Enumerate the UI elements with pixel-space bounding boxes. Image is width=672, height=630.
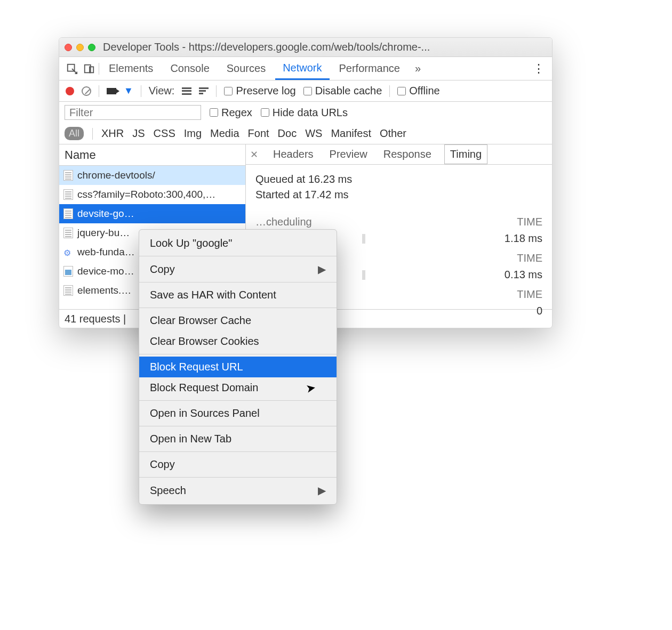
preserve-log-checkbox[interactable]: Preserve log xyxy=(224,85,295,97)
file-icon xyxy=(63,285,73,296)
record-icon[interactable] xyxy=(66,87,74,95)
time-header: TIME xyxy=(517,216,542,228)
menu-kebab-icon[interactable]: ⋮ xyxy=(531,62,547,76)
separator xyxy=(99,63,99,75)
view-label: View: xyxy=(149,85,175,97)
disable-cache-checkbox[interactable]: Disable cache xyxy=(303,85,382,97)
window-zoom-icon[interactable] xyxy=(88,44,95,51)
request-name: device-mo… xyxy=(77,265,134,277)
file-icon xyxy=(63,170,73,181)
regex-label: Regex xyxy=(221,107,252,119)
menu-item[interactable]: Speech▶ xyxy=(139,480,337,501)
type-ws[interactable]: WS xyxy=(305,127,322,140)
separator xyxy=(92,128,93,140)
offline-label: Offline xyxy=(409,85,439,97)
menu-item-label: Speech xyxy=(150,484,186,497)
request-row[interactable]: css?family=Roboto:300,400,… xyxy=(59,185,245,204)
tabs-overflow-icon[interactable]: » xyxy=(410,62,426,75)
network-toolbar: ▼ View: Preserve log Disable cache Offli… xyxy=(59,80,552,102)
time-header: TIME xyxy=(517,252,542,264)
menu-item[interactable]: Copy xyxy=(139,454,337,475)
detail-tabs: ✕ Headers Preview Response Timing xyxy=(246,144,552,165)
menu-item-label: Look Up "google" xyxy=(150,237,232,249)
close-detail-icon[interactable]: ✕ xyxy=(250,149,260,160)
menu-item[interactable]: Clear Browser Cache xyxy=(139,310,337,331)
menu-separator xyxy=(139,400,337,401)
tab-performance[interactable]: Performance xyxy=(332,58,408,79)
preserve-log-label: Preserve log xyxy=(236,85,295,97)
clear-icon[interactable] xyxy=(82,86,91,96)
detail-tab-headers[interactable]: Headers xyxy=(270,146,317,163)
tab-console[interactable]: Console xyxy=(163,58,217,79)
type-filter-bar: All XHR JS CSS Img Media Font Doc WS Man… xyxy=(59,123,552,144)
timing-panel: Queued at 16.23 ms Started at 17.42 ms xyxy=(246,165,552,208)
timing-value: 1.18 ms xyxy=(505,232,542,245)
gear-file-icon xyxy=(63,247,73,257)
context-menu: Look Up "google"Copy▶Save as HAR with Co… xyxy=(139,229,337,505)
titlebar: Developer Tools - https://developers.goo… xyxy=(59,38,552,57)
column-header-name[interactable]: Name xyxy=(59,144,245,166)
menu-item[interactable]: Block Request URL xyxy=(139,357,337,377)
tab-sources[interactable]: Sources xyxy=(219,58,273,79)
menu-separator xyxy=(139,354,337,354)
panel-tabs: Elements Console Sources Network Perform… xyxy=(59,57,552,80)
file-icon xyxy=(63,189,73,200)
menu-separator xyxy=(139,426,337,426)
menu-item[interactable]: Open in Sources Panel xyxy=(139,403,337,424)
tab-network[interactable]: Network xyxy=(275,58,329,80)
type-all[interactable]: All xyxy=(65,127,84,140)
time-header: TIME xyxy=(517,288,542,301)
inspect-icon[interactable] xyxy=(65,62,79,75)
view-large-icon[interactable] xyxy=(182,87,191,95)
queued-label: Queued at 16.23 ms xyxy=(255,173,542,185)
window-minimize-icon[interactable] xyxy=(76,44,84,51)
request-name: elements.… xyxy=(77,285,131,296)
menu-item[interactable]: Look Up "google" xyxy=(139,233,337,254)
type-css[interactable]: CSS xyxy=(154,127,175,140)
type-xhr[interactable]: XHR xyxy=(101,127,124,140)
menu-separator xyxy=(139,451,337,452)
detail-tab-response[interactable]: Response xyxy=(380,146,435,163)
regex-checkbox[interactable]: Regex xyxy=(210,107,252,119)
window-close-icon[interactable] xyxy=(65,44,72,51)
screenshot-icon[interactable] xyxy=(107,88,116,94)
menu-item-label: Clear Browser Cookies xyxy=(150,335,259,348)
detail-tab-timing[interactable]: Timing xyxy=(444,144,487,164)
menu-separator xyxy=(139,308,337,308)
device-toggle-icon[interactable] xyxy=(82,62,97,75)
request-name: web-funda… xyxy=(77,246,135,258)
filter-input[interactable] xyxy=(65,105,201,120)
type-font[interactable]: Font xyxy=(248,127,269,140)
menu-item[interactable]: Save as HAR with Content xyxy=(139,285,337,305)
type-media[interactable]: Media xyxy=(210,127,239,140)
offline-checkbox[interactable]: Offline xyxy=(397,85,439,97)
hide-data-urls-checkbox[interactable]: Hide data URLs xyxy=(261,107,348,119)
menu-item-label: Block Request URL xyxy=(150,361,243,373)
request-count: 41 requests | xyxy=(65,313,126,325)
view-waterfall-icon[interactable] xyxy=(199,87,209,95)
menu-item-label: Block Request Domain xyxy=(150,382,258,394)
type-manifest[interactable]: Manifest xyxy=(331,127,371,140)
filter-icon[interactable]: ▼ xyxy=(124,85,133,96)
menu-separator xyxy=(139,282,337,282)
menu-separator xyxy=(139,256,337,256)
menu-item-label: Clear Browser Cache xyxy=(150,314,251,327)
request-row-selected[interactable]: devsite-go… xyxy=(59,204,245,223)
request-name: jquery-bu… xyxy=(77,227,130,239)
type-other[interactable]: Other xyxy=(380,127,406,140)
menu-item[interactable]: Copy▶ xyxy=(139,259,337,280)
type-img[interactable]: Img xyxy=(184,127,202,140)
request-row[interactable]: chrome-devtools/ xyxy=(59,166,245,185)
timing-section-label: …cheduling xyxy=(255,216,312,228)
separator xyxy=(99,85,99,97)
window-title: Developer Tools - https://developers.goo… xyxy=(103,41,430,53)
type-doc[interactable]: Doc xyxy=(278,127,297,140)
menu-separator xyxy=(139,477,337,478)
timing-value: 0.13 ms xyxy=(505,269,542,281)
detail-tab-preview[interactable]: Preview xyxy=(326,146,371,163)
tab-elements[interactable]: Elements xyxy=(101,58,161,79)
menu-item[interactable]: Open in New Tab xyxy=(139,429,337,449)
menu-item[interactable]: Clear Browser Cookies xyxy=(139,331,337,352)
menu-item-label: Open in New Tab xyxy=(150,433,231,445)
type-js[interactable]: JS xyxy=(132,127,145,140)
